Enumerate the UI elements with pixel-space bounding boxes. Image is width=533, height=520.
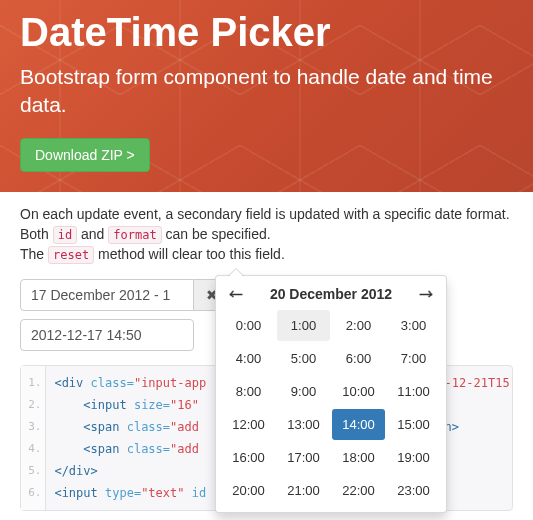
hour-cell[interactable]: 5:00 — [277, 343, 330, 374]
desc-part: can be specified. — [166, 226, 271, 242]
line-number: 4. — [25, 438, 41, 460]
line-number: 6. — [25, 482, 41, 504]
desc-part: method will clear too this field. — [98, 246, 285, 262]
hour-cell[interactable]: 11:00 — [387, 376, 440, 407]
hour-cell[interactable]: 16:00 — [222, 442, 275, 473]
line-number: 5. — [25, 460, 41, 482]
hour-cell[interactable]: 8:00 — [222, 376, 275, 407]
popup-arrow — [228, 269, 244, 277]
hour-cell[interactable]: 17:00 — [277, 442, 330, 473]
description-text: On each update event, a secondary field … — [20, 204, 513, 265]
hour-cell[interactable]: 4:00 — [222, 343, 275, 374]
hour-cell[interactable]: 9:00 — [277, 376, 330, 407]
prev-button[interactable]: 🡐 — [226, 286, 246, 302]
hour-cell[interactable]: 21:00 — [277, 475, 330, 506]
line-number: 3. — [25, 416, 41, 438]
picker-title[interactable]: 20 December 2012 — [270, 286, 392, 302]
datetime-main-input[interactable] — [20, 279, 194, 311]
hour-grid: 0:001:002:003:004:005:006:007:008:009:00… — [222, 310, 440, 506]
line-number: 1. — [25, 372, 41, 394]
code-size-value: "16" — [170, 398, 199, 412]
hour-cell[interactable]: 14:00 — [332, 409, 385, 440]
next-button[interactable]: 🡒 — [416, 286, 436, 302]
datetime-mirror-input[interactable] — [20, 319, 194, 351]
picker-header: 🡐 20 December 2012 🡒 — [222, 282, 440, 310]
hour-cell[interactable]: 3:00 — [387, 310, 440, 341]
hour-cell[interactable]: 15:00 — [387, 409, 440, 440]
code-id: id — [53, 226, 77, 244]
hour-cell[interactable]: 19:00 — [387, 442, 440, 473]
code-gutter: 1. 2. 3. 4. 5. 6. — [21, 366, 46, 510]
desc-part: and — [81, 226, 108, 242]
hour-cell[interactable]: 0:00 — [222, 310, 275, 341]
arrow-right-icon: 🡒 — [419, 286, 433, 302]
arrow-left-icon: 🡐 — [229, 286, 243, 302]
hour-cell[interactable]: 10:00 — [332, 376, 385, 407]
hour-cell[interactable]: 7:00 — [387, 343, 440, 374]
hour-cell[interactable]: 1:00 — [277, 310, 330, 341]
desc-part: The — [20, 246, 48, 262]
download-zip-button[interactable]: Download ZIP > — [20, 138, 150, 172]
hour-cell[interactable]: 6:00 — [332, 343, 385, 374]
hour-cell[interactable]: 2:00 — [332, 310, 385, 341]
hero-banner: DateTime Picker Bootstrap form component… — [0, 0, 533, 192]
hour-cell[interactable]: 13:00 — [277, 409, 330, 440]
hour-cell[interactable]: 20:00 — [222, 475, 275, 506]
datetime-picker-popup: 🡐 20 December 2012 🡒 0:001:002:003:004:0… — [215, 275, 447, 513]
code-reset: reset — [48, 246, 94, 264]
hour-cell[interactable]: 18:00 — [332, 442, 385, 473]
hour-cell[interactable]: 22:00 — [332, 475, 385, 506]
line-number: 2. — [25, 394, 41, 416]
page-title: DateTime Picker — [20, 10, 513, 55]
hour-cell[interactable]: 12:00 — [222, 409, 275, 440]
page-subtitle: Bootstrap form component to handle date … — [20, 63, 513, 120]
code-format: format — [108, 226, 161, 244]
hour-cell[interactable]: 23:00 — [387, 475, 440, 506]
